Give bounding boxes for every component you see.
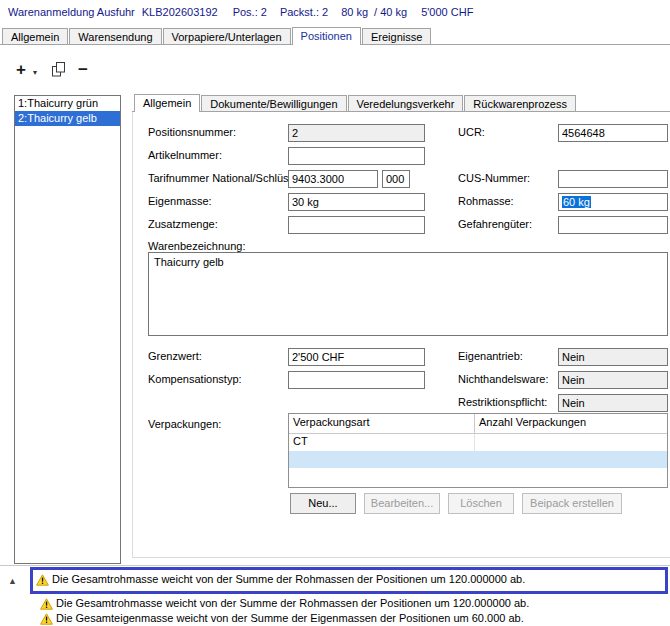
messages-expander-icon[interactable]: ▲ (8, 576, 17, 586)
verpackungen-label: Verpackungen: (148, 418, 221, 430)
ucr-field[interactable]: 4564648 (558, 124, 668, 142)
positionsnummer-label: Positionsnummer: (148, 126, 236, 138)
rohmasse-selected-text: 60 kg (562, 196, 591, 208)
tab-positionen[interactable]: Positionen (292, 27, 361, 45)
positions-count: Pos.: 2 (233, 6, 267, 18)
add-position-button[interactable]: + (16, 61, 26, 78)
declaration-number: KLB202603192 (142, 6, 218, 18)
grenzwert-field[interactable]: 2'500 CHF (288, 348, 425, 366)
tarifnummer-field[interactable]: 9403.3000 (288, 170, 378, 188)
message-row-3[interactable]: Die Gesamteigenmasse weicht von der Summ… (56, 612, 524, 624)
tab-vorpapiere-unterlagen[interactable]: Vorpapiere/Unterlagen (163, 28, 291, 44)
eigenantrieb-label: Eigenantrieb: (458, 350, 523, 362)
cell-anzahl-verpackungen (475, 451, 667, 468)
restriktionspflicht-combo[interactable]: Nein (558, 394, 668, 412)
add-dropdown-icon[interactable]: ▾ (33, 68, 37, 77)
cell-verpackungsart (289, 451, 475, 468)
gefahrengueter-field[interactable] (558, 216, 668, 234)
tab-ereignisse[interactable]: Ereignisse (362, 28, 431, 44)
table-row-selected-empty[interactable] (289, 451, 667, 468)
loeschen-button[interactable]: Löschen (448, 493, 514, 514)
restriktionspflicht-label: Restriktionspflicht: (458, 396, 547, 408)
warning-icon (36, 574, 49, 588)
messages-splitter[interactable] (0, 565, 670, 566)
document-title: Warenanmeldung Ausfuhr (8, 6, 135, 18)
total-amount: 5'000 CHF (421, 6, 473, 18)
nichthandelsware-label: Nichthandelsware: (458, 373, 549, 385)
remove-position-button[interactable]: − (78, 61, 88, 78)
warning-icon (40, 613, 53, 626)
copy-icon (52, 67, 66, 79)
gefahrengueter-label: Gefahrengüter: (458, 218, 532, 230)
artikelnummer-field[interactable] (288, 147, 425, 165)
ucr-label: UCR: (458, 126, 485, 138)
rohmasse-label: Rohmasse: (458, 195, 514, 207)
nichthandelsware-combo[interactable]: Nein (558, 371, 668, 389)
rohmasse-field[interactable]: 60 kg (558, 193, 668, 211)
document-header: Warenanmeldung AusfuhrKLB202603192Pos.: … (8, 6, 473, 18)
zusatzmenge-field[interactable] (288, 216, 425, 234)
positions-listbox: 1:Thaicurry grün 2:Thaicurry gelb (14, 95, 121, 564)
cus-nummer-label: CUS-Nummer: (458, 172, 530, 184)
tarifschluessel-field[interactable]: 000 (382, 170, 410, 188)
detail-tab-veredelungsverkehr[interactable]: Veredelungsverkehr (348, 95, 464, 111)
neu-button[interactable]: Neu... (290, 493, 356, 514)
beipack-erstellen-button[interactable]: Beipack erstellen (522, 493, 622, 514)
position-list-item-1[interactable]: 1:Thaicurry grün (15, 96, 120, 111)
positionsnummer-field[interactable]: 2 (288, 124, 425, 142)
net-weight: / 40 kg (374, 6, 407, 18)
main-tabbar: Allgemein Warensendung Vorpapiere/Unterl… (2, 27, 432, 45)
column-header-verpackungsart[interactable]: Verpackungsart (289, 414, 475, 433)
detail-tab-rueckwarenprozess[interactable]: Rückwarenprozess (464, 95, 576, 111)
detail-tab-allgemein[interactable]: Allgemein (134, 94, 200, 112)
column-header-anzahl-verpackungen[interactable]: Anzahl Verpackungen (475, 414, 667, 433)
detail-tabbar: Allgemein Dokumente/Bewilligungen Verede… (134, 94, 577, 112)
position-list-item-2[interactable]: 2:Thaicurry gelb (15, 111, 120, 126)
eigenantrieb-combo[interactable]: Nein (558, 348, 668, 366)
cell-verpackungsart: CT (289, 434, 475, 451)
artikelnummer-label: Artikelnummer: (148, 149, 222, 161)
verpackungen-table-header: Verpackungsart Anzahl Verpackungen (289, 414, 667, 434)
packages-count: Packst.: 2 (280, 6, 328, 18)
message-row-2[interactable]: Die Gesamtrohmasse weicht von der Summe … (56, 597, 529, 609)
tab-warensendung[interactable]: Warensendung (69, 28, 161, 44)
kompensationstyp-label: Kompensationstyp: (148, 373, 242, 385)
eigenmasse-label: Eigenmasse: (148, 195, 212, 207)
message-row-1[interactable]: Die Gesamtrohmasse weicht von der Summe … (52, 573, 525, 585)
warenbezeichnung-label: Warenbezeichnung: (148, 240, 245, 252)
tarifnummer-label: Tarifnummer National/Schlüssel: (148, 172, 306, 184)
cell-anzahl-verpackungen (475, 434, 667, 451)
kompensationstyp-field[interactable] (288, 371, 425, 389)
table-row[interactable]: CT (289, 434, 667, 451)
grenzwert-label: Grenzwert: (148, 350, 202, 362)
copy-position-button[interactable] (52, 62, 66, 79)
bearbeiten-button[interactable]: Bearbeiten... (364, 493, 440, 514)
eigenmasse-field[interactable]: 30 kg (288, 193, 425, 211)
gross-weight: 80 kg (341, 6, 368, 18)
zusatzmenge-label: Zusatzmenge: (148, 218, 218, 230)
warning-icon (40, 598, 53, 612)
tab-allgemein[interactable]: Allgemein (2, 28, 68, 44)
detail-tab-dokumente-bewilligungen[interactable]: Dokumente/Bewilligungen (201, 95, 346, 111)
cus-nummer-field[interactable] (558, 170, 668, 188)
warenbezeichnung-textarea[interactable]: Thaicurry gelb (148, 252, 668, 336)
verpackungen-table: Verpackungsart Anzahl Verpackungen CT (288, 413, 668, 488)
